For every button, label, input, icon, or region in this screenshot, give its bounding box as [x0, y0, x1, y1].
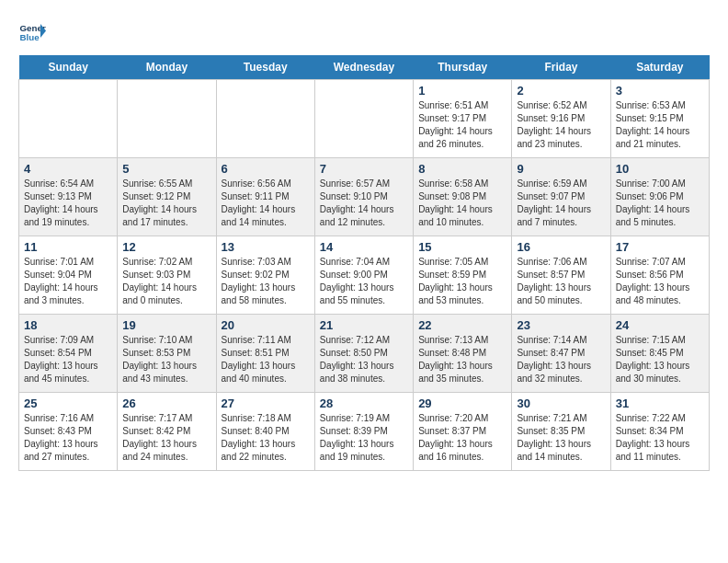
- day-info: Sunrise: 7:03 AMSunset: 9:02 PMDaylight:…: [222, 256, 310, 307]
- calendar-cell: 18Sunrise: 7:09 AMSunset: 8:54 PMDayligh…: [19, 315, 118, 393]
- day-number: 24: [616, 318, 704, 332]
- day-number: 31: [616, 396, 704, 410]
- day-number: 30: [517, 396, 605, 410]
- day-info: Sunrise: 6:57 AMSunset: 9:10 PMDaylight:…: [320, 178, 408, 229]
- calendar-cell: 13Sunrise: 7:03 AMSunset: 9:02 PMDayligh…: [216, 236, 314, 315]
- calendar-cell: 15Sunrise: 7:05 AMSunset: 8:59 PMDayligh…: [414, 236, 512, 315]
- day-number: 15: [418, 240, 506, 254]
- day-number: 5: [122, 162, 210, 176]
- day-header-wednesday: Wednesday: [314, 55, 413, 80]
- calendar-cell: 27Sunrise: 7:18 AMSunset: 8:40 PMDayligh…: [216, 393, 314, 471]
- day-header-thursday: Thursday: [414, 55, 512, 80]
- day-number: 8: [418, 162, 506, 176]
- calendar-cell: [216, 80, 314, 158]
- day-info: Sunrise: 6:51 AMSunset: 9:17 PMDaylight:…: [418, 99, 506, 151]
- day-number: 27: [222, 396, 310, 410]
- calendar-cell: [19, 80, 118, 158]
- day-number: 25: [24, 396, 112, 410]
- week-row-1: 1Sunrise: 6:51 AMSunset: 9:17 PMDaylight…: [19, 80, 710, 158]
- day-number: 16: [517, 240, 605, 254]
- day-number: 11: [24, 240, 112, 254]
- day-info: Sunrise: 7:01 AMSunset: 9:04 PMDaylight:…: [24, 256, 112, 307]
- logo-icon: General Blue: [18, 18, 46, 46]
- day-number: 17: [616, 240, 704, 254]
- day-number: 19: [122, 318, 210, 332]
- day-number: 9: [517, 162, 605, 176]
- day-number: 20: [222, 318, 310, 332]
- day-info: Sunrise: 7:13 AMSunset: 8:48 PMDaylight:…: [418, 334, 506, 385]
- day-number: 28: [320, 396, 408, 410]
- week-row-4: 18Sunrise: 7:09 AMSunset: 8:54 PMDayligh…: [19, 315, 710, 393]
- day-info: Sunrise: 7:11 AMSunset: 8:51 PMDaylight:…: [222, 334, 310, 385]
- calendar-cell: 17Sunrise: 7:07 AMSunset: 8:56 PMDayligh…: [610, 236, 709, 315]
- day-number: 10: [616, 162, 704, 176]
- day-number: 21: [320, 318, 408, 332]
- day-number: 23: [517, 318, 605, 332]
- calendar-cell: 4Sunrise: 6:54 AMSunset: 9:13 PMDaylight…: [19, 158, 118, 236]
- calendar-cell: 29Sunrise: 7:20 AMSunset: 8:37 PMDayligh…: [414, 393, 512, 471]
- week-row-2: 4Sunrise: 6:54 AMSunset: 9:13 PMDaylight…: [19, 158, 710, 236]
- day-info: Sunrise: 6:59 AMSunset: 9:07 PMDaylight:…: [517, 178, 605, 229]
- calendar-table: SundayMondayTuesdayWednesdayThursdayFrid…: [18, 55, 710, 471]
- calendar-cell: 7Sunrise: 6:57 AMSunset: 9:10 PMDaylight…: [314, 158, 413, 236]
- calendar-cell: 20Sunrise: 7:11 AMSunset: 8:51 PMDayligh…: [216, 315, 314, 393]
- calendar-cell: 6Sunrise: 6:56 AMSunset: 9:11 PMDaylight…: [216, 158, 314, 236]
- week-row-3: 11Sunrise: 7:01 AMSunset: 9:04 PMDayligh…: [19, 236, 710, 315]
- day-info: Sunrise: 6:53 AMSunset: 9:15 PMDaylight:…: [616, 99, 704, 151]
- day-info: Sunrise: 7:00 AMSunset: 9:06 PMDaylight:…: [616, 178, 704, 229]
- calendar-cell: 28Sunrise: 7:19 AMSunset: 8:39 PMDayligh…: [314, 393, 413, 471]
- week-row-5: 25Sunrise: 7:16 AMSunset: 8:43 PMDayligh…: [19, 393, 710, 471]
- calendar-cell: 21Sunrise: 7:12 AMSunset: 8:50 PMDayligh…: [314, 315, 413, 393]
- calendar-cell: 5Sunrise: 6:55 AMSunset: 9:12 PMDaylight…: [118, 158, 216, 236]
- day-info: Sunrise: 6:58 AMSunset: 9:08 PMDaylight:…: [418, 178, 506, 229]
- day-header-sunday: Sunday: [19, 55, 118, 80]
- day-header-monday: Monday: [118, 55, 216, 80]
- day-info: Sunrise: 7:14 AMSunset: 8:47 PMDaylight:…: [517, 334, 605, 385]
- calendar-cell: 26Sunrise: 7:17 AMSunset: 8:42 PMDayligh…: [118, 393, 216, 471]
- svg-text:Blue: Blue: [20, 32, 40, 42]
- calendar-cell: 14Sunrise: 7:04 AMSunset: 9:00 PMDayligh…: [314, 236, 413, 315]
- calendar-cell: 19Sunrise: 7:10 AMSunset: 8:53 PMDayligh…: [118, 315, 216, 393]
- day-number: 4: [24, 162, 112, 176]
- header-row: SundayMondayTuesdayWednesdayThursdayFrid…: [19, 55, 710, 80]
- calendar-cell: 1Sunrise: 6:51 AMSunset: 9:17 PMDaylight…: [414, 80, 512, 158]
- day-info: Sunrise: 7:17 AMSunset: 8:42 PMDaylight:…: [122, 412, 210, 464]
- day-info: Sunrise: 6:52 AMSunset: 9:16 PMDaylight:…: [517, 99, 605, 151]
- page-header: General Blue: [18, 18, 710, 46]
- day-number: 13: [222, 240, 310, 254]
- day-number: 29: [418, 396, 506, 410]
- calendar-cell: 9Sunrise: 6:59 AMSunset: 9:07 PMDaylight…: [512, 158, 610, 236]
- calendar-cell: 10Sunrise: 7:00 AMSunset: 9:06 PMDayligh…: [610, 158, 709, 236]
- day-info: Sunrise: 7:02 AMSunset: 9:03 PMDaylight:…: [122, 256, 210, 307]
- day-header-tuesday: Tuesday: [216, 55, 314, 80]
- day-number: 26: [122, 396, 210, 410]
- calendar-cell: 23Sunrise: 7:14 AMSunset: 8:47 PMDayligh…: [512, 315, 610, 393]
- calendar-cell: 31Sunrise: 7:22 AMSunset: 8:34 PMDayligh…: [610, 393, 709, 471]
- day-info: Sunrise: 7:22 AMSunset: 8:34 PMDaylight:…: [616, 412, 704, 464]
- calendar-cell: 22Sunrise: 7:13 AMSunset: 8:48 PMDayligh…: [414, 315, 512, 393]
- day-header-friday: Friday: [512, 55, 610, 80]
- day-info: Sunrise: 7:07 AMSunset: 8:56 PMDaylight:…: [616, 256, 704, 307]
- calendar-cell: [118, 80, 216, 158]
- day-number: 6: [222, 162, 310, 176]
- calendar-cell: 8Sunrise: 6:58 AMSunset: 9:08 PMDaylight…: [414, 158, 512, 236]
- day-info: Sunrise: 7:04 AMSunset: 9:00 PMDaylight:…: [320, 256, 408, 307]
- day-number: 3: [616, 84, 704, 98]
- day-info: Sunrise: 7:18 AMSunset: 8:40 PMDaylight:…: [222, 412, 310, 464]
- calendar-cell: 24Sunrise: 7:15 AMSunset: 8:45 PMDayligh…: [610, 315, 709, 393]
- day-number: 7: [320, 162, 408, 176]
- day-info: Sunrise: 7:19 AMSunset: 8:39 PMDaylight:…: [320, 412, 408, 464]
- day-number: 2: [517, 84, 605, 98]
- day-info: Sunrise: 7:09 AMSunset: 8:54 PMDaylight:…: [24, 334, 112, 385]
- calendar-cell: 30Sunrise: 7:21 AMSunset: 8:35 PMDayligh…: [512, 393, 610, 471]
- day-info: Sunrise: 7:10 AMSunset: 8:53 PMDaylight:…: [122, 334, 210, 385]
- day-info: Sunrise: 7:06 AMSunset: 8:57 PMDaylight:…: [517, 256, 605, 307]
- day-info: Sunrise: 6:54 AMSunset: 9:13 PMDaylight:…: [24, 178, 112, 229]
- day-number: 14: [320, 240, 408, 254]
- day-number: 1: [418, 84, 506, 98]
- calendar-cell: 3Sunrise: 6:53 AMSunset: 9:15 PMDaylight…: [610, 80, 709, 158]
- calendar-cell: 2Sunrise: 6:52 AMSunset: 9:16 PMDaylight…: [512, 80, 610, 158]
- day-number: 18: [24, 318, 112, 332]
- calendar-cell: [314, 80, 413, 158]
- day-info: Sunrise: 7:12 AMSunset: 8:50 PMDaylight:…: [320, 334, 408, 385]
